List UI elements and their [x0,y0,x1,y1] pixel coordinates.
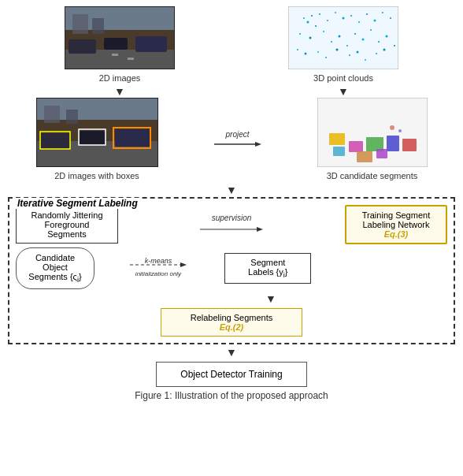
svg-point-14 [311,15,313,17]
candidate-line1: Candidate [24,253,86,262]
training-network-box: Training Segment Labeling Network Eq.(3) [345,205,447,244]
detector-label: Object Detector Training [180,369,282,380]
jitter-line2: Foreground [23,220,111,229]
2d-images-block: 2D images [65,6,175,84]
svg-point-17 [327,20,328,21]
segment-labels-box: Segment Labels {yi} [224,253,311,284]
svg-point-18 [315,25,317,27]
svg-point-26 [390,17,391,19]
project-label: project [225,130,249,139]
candidate-line3: Segments {ςi} [24,272,86,284]
kmeans-arrow-svg: k-means initialization only [128,257,191,279]
down-arrow-relabeling: ▼ [16,292,447,305]
kmeans-arrow-group: k-means initialization only [128,257,191,279]
supervision-arrow [200,224,263,235]
svg-rect-73 [376,149,387,158]
svg-point-39 [297,49,298,50]
svg-rect-57 [80,131,105,145]
svg-point-13 [303,17,305,19]
center-down-arrow: ▼ [226,184,237,195]
svg-marker-78 [257,227,263,232]
street-boxes-image [36,98,158,167]
top-row: 2D images [8,6,455,84]
svg-point-74 [390,125,394,130]
top-down-arrows: ▼ ▼ [8,85,455,98]
svg-rect-8 [69,39,96,54]
svg-point-44 [349,54,350,56]
svg-point-40 [305,53,307,55]
jitter-line3: Segments [23,229,111,239]
street-image [65,6,175,69]
svg-point-30 [331,41,332,43]
svg-point-19 [335,12,336,13]
training-eq: Eq.(3) [353,229,439,239]
svg-text:k-means: k-means [144,257,172,265]
svg-point-43 [336,49,339,51]
svg-point-25 [382,12,383,13]
jitter-line1: Randomly Jittering [23,210,111,220]
svg-point-31 [339,35,341,38]
svg-rect-72 [357,151,372,162]
svg-point-37 [386,35,388,38]
jittering-box: Randomly Jittering Foreground Segments [16,206,118,244]
relabeling-row: Relabeling Segments Eq.(2) [16,308,447,337]
svg-rect-6 [112,54,118,56]
svg-point-47 [376,53,377,54]
svg-rect-67 [349,141,363,152]
supervision-label: supervision [212,214,252,222]
3d-pointclouds-block: 3D point clouds [288,6,398,84]
svg-rect-71 [333,147,345,156]
detector-down-arrow: ▼ [226,347,237,358]
segment-line2: Labels {yi} [232,267,304,279]
down-arrow-right: ▼ [338,86,349,97]
svg-point-34 [362,39,365,41]
svg-point-24 [374,20,376,22]
down-arrow-left: ▼ [114,86,125,97]
segment-line1: Segment [232,258,304,267]
svg-point-32 [346,45,348,46]
3d-segments-label: 3D candidate segments [327,170,418,181]
svg-point-75 [398,129,402,132]
svg-rect-5 [92,18,104,34]
pointcloud-image [288,6,398,69]
svg-point-27 [299,33,301,35]
svg-rect-56 [40,133,70,149]
svg-point-22 [358,21,360,23]
figure-caption: Figure 1: Illustration of the proposed a… [135,390,328,401]
project-arrow-svg [214,139,261,150]
candidate-line2: Object [24,262,86,272]
middle-inner-row: Candidate Object Segments {ςi} k-means i… [16,247,447,289]
svg-point-48 [383,49,386,51]
supervision-group: supervision [200,214,263,235]
relabeling-eq: Eq.(2) [169,322,294,332]
svg-text:initialization only: initialization only [135,270,182,277]
svg-rect-9 [104,38,128,50]
main-iterative-box: Iterative Segment Labeling Randomly Jitt… [8,197,455,344]
2d-images-label: 2D images [99,73,141,84]
2d-boxes-label: 2D images with boxes [54,170,139,181]
svg-point-42 [325,57,327,58]
2d-boxes-block: 2D images with boxes [36,98,158,181]
svg-point-35 [370,29,372,31]
segments-image [317,98,428,167]
svg-point-21 [350,15,352,17]
svg-rect-66 [329,133,345,145]
svg-point-33 [354,33,356,35]
relabeling-box: Relabeling Segments Eq.(2) [161,308,302,337]
middle-row: 2D images with boxes project [8,98,455,181]
svg-point-15 [307,21,309,24]
svg-point-16 [319,13,320,15]
svg-point-46 [365,59,366,61]
svg-point-38 [394,45,395,46]
svg-point-36 [378,41,380,43]
3d-pointclouds-label: 3D point clouds [313,73,373,84]
svg-rect-70 [402,139,417,151]
svg-rect-7 [128,58,134,60]
svg-rect-55 [66,110,78,124]
iterative-box-label: Iterative Segment Labeling [14,198,141,209]
svg-marker-64 [255,142,261,147]
svg-point-20 [343,17,345,20]
svg-point-41 [317,51,319,53]
svg-marker-80 [180,262,187,267]
caption-text: Figure 1: Illustration of the proposed a… [135,390,328,401]
